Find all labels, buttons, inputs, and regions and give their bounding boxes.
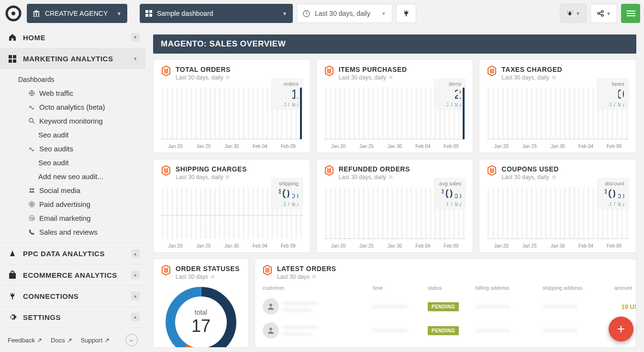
nav-label: Ecommerce Analytics <box>23 271 117 279</box>
dashboard-item-label: Seo audits <box>39 145 73 153</box>
table-row[interactable]: —————— ————— —————— PENDING —————— —————… <box>263 318 628 342</box>
collapse-sidebar-button[interactable]: ← <box>125 334 138 346</box>
svg-point-20 <box>32 188 34 190</box>
bar-chart <box>161 187 302 239</box>
card-period: Last 30 days <box>277 273 310 280</box>
wave-icon <box>28 103 35 111</box>
external-icon: ↗ <box>67 337 72 344</box>
svg-rect-12 <box>627 15 635 16</box>
sidebar-dashboard-item[interactable]: Paid advertising <box>11 197 145 211</box>
svg-point-25 <box>31 217 33 219</box>
nav-settings[interactable]: Settings ▲ <box>0 307 145 328</box>
globe-icon <box>28 90 35 97</box>
sidebar-dashboard-item[interactable]: Octo analytics (beta) <box>11 100 145 114</box>
stat-label: taxes <box>601 81 624 87</box>
nav-subgroup-dashboards: Dashboards Web trafficOcto analytics (be… <box>0 69 145 243</box>
card-period: Last 30 days, daily <box>501 174 549 181</box>
fab-add-button[interactable]: + <box>609 317 633 341</box>
menu-icon <box>627 9 635 18</box>
dashboard-item-label: Keyword monitoring <box>39 117 103 125</box>
avatar <box>263 322 279 339</box>
at-icon <box>28 215 35 222</box>
chevron-up-icon: ▲ <box>131 292 140 300</box>
chart-xaxis: Jan 20Jan 25Jan 30Feb 04Feb 09 <box>324 144 466 149</box>
daterange-selector[interactable]: Last 30 days, daily ▼ <box>297 4 392 23</box>
svg-point-24 <box>29 216 34 221</box>
sidebar-dashboard-item[interactable]: Seo audits <box>11 142 145 156</box>
svg-point-8 <box>601 11 603 12</box>
chevron-down-icon: ▼ <box>131 55 140 63</box>
nav-label: Connections <box>23 292 78 300</box>
order-time: —————— <box>373 327 428 334</box>
card-period: Last 30 days <box>176 273 208 280</box>
arrow-left-icon: ← <box>129 337 135 344</box>
app-logo[interactable] <box>4 4 23 23</box>
share-button[interactable]: ▼ <box>590 4 617 23</box>
theme-icon <box>566 10 574 17</box>
dashboard-item-label: Add new seo audit... <box>38 172 103 181</box>
sidebar-dashboard-item[interactable]: Keyword monitoring <box>11 114 145 128</box>
feedback-label: Feedback <box>8 337 35 344</box>
stat-label: items <box>438 81 461 87</box>
table-row[interactable]: —————— ————— —————— PENDING —————— —————… <box>263 295 628 318</box>
card-title: TAXES CHARGED <box>501 66 562 73</box>
svg-point-9 <box>601 14 603 16</box>
svg-point-7 <box>598 12 600 14</box>
copy-icon: ⧉ <box>552 75 555 80</box>
nav-ecommerce-analytics[interactable]: Ecommerce Analytics ▲ <box>0 264 145 285</box>
share-icon <box>597 10 604 17</box>
nav-marketing-analytics[interactable]: Marketing Analytics ▼ <box>0 48 145 69</box>
column-header: time <box>373 285 428 291</box>
shipping-address: —————— <box>543 303 614 310</box>
magento-icon <box>161 66 171 75</box>
card-title: LATEST ORDERS <box>277 265 336 273</box>
nav-label: Settings <box>23 313 61 321</box>
copy-icon: ⧉ <box>312 274 316 280</box>
sidebar-dashboard-item[interactable]: Seo audit <box>11 156 145 170</box>
menu-button[interactable] <box>621 4 640 23</box>
chevron-down-icon: ▼ <box>117 11 122 16</box>
theme-button[interactable]: ▼ <box>560 4 587 23</box>
docs-link[interactable]: Docs↗ <box>51 337 72 344</box>
card-period: Last 30 days, daily <box>176 74 223 81</box>
card-title: COUPONS USED <box>501 165 559 173</box>
plug-button[interactable] <box>396 4 416 23</box>
order-amount: 19 USD <box>614 303 636 310</box>
chart-xaxis: Jan 20Jan 25Jan 30Feb 04Feb 09 <box>161 144 302 149</box>
nav-connections[interactable]: Connections ▲ <box>0 285 145 307</box>
avatar <box>263 298 279 315</box>
sidebar-dashboard-item[interactable]: Web traffic <box>11 86 145 100</box>
clock-icon <box>303 10 310 17</box>
magento-icon <box>161 165 171 175</box>
nav-home[interactable]: Home ▼ <box>0 27 145 48</box>
nav-ppc-analytics[interactable]: PPC Data Analytics ▲ <box>0 243 145 264</box>
feedback-link[interactable]: Feedback↗ <box>8 337 42 344</box>
sidebar-dashboard-item[interactable]: Email marketing <box>11 211 145 225</box>
magento-icon <box>161 265 171 274</box>
support-link[interactable]: Support↗ <box>81 337 110 344</box>
donut-total-value: 17 <box>191 316 211 336</box>
dashboard-item-label: Web traffic <box>39 89 73 97</box>
stat-label: shipping <box>276 181 299 186</box>
card-period: Last 30 days, daily <box>339 174 386 181</box>
home-icon <box>8 33 17 42</box>
sidebar-dashboard-item[interactable]: Add new seo audit... <box>11 170 145 183</box>
support-label: Support <box>81 337 103 344</box>
bar-chart <box>487 88 628 139</box>
sidebar-dashboard-item[interactable]: Seo audit <box>11 128 145 142</box>
card-period: Last 30 days, daily <box>339 74 386 81</box>
copy-icon: ⧉ <box>226 174 229 180</box>
column-header: shipping address <box>543 285 614 291</box>
metric-card: TOTAL ORDERS Last 30 days, daily⧉ orders… <box>153 59 311 153</box>
workspace-selector[interactable]: CREATIVE AGENCY ▼ <box>27 4 127 23</box>
dashboard-selector[interactable]: Sample dashboard ▼ <box>140 4 293 23</box>
chevron-up-icon: ▲ <box>131 313 140 321</box>
chart-xaxis: Jan 20Jan 25Jan 30Feb 04Feb 09 <box>324 243 466 249</box>
sidebar-dashboard-item[interactable]: Social media <box>11 183 145 197</box>
metric-card: COUPONS USED Last 30 days, daily⧉ discou… <box>479 159 636 253</box>
sidebar-dashboard-item[interactable]: Sales and reviews <box>11 225 145 239</box>
svg-rect-16 <box>13 59 16 63</box>
wave-icon <box>28 145 35 153</box>
gear-icon <box>8 313 17 321</box>
donut-total-label: total <box>195 308 207 316</box>
